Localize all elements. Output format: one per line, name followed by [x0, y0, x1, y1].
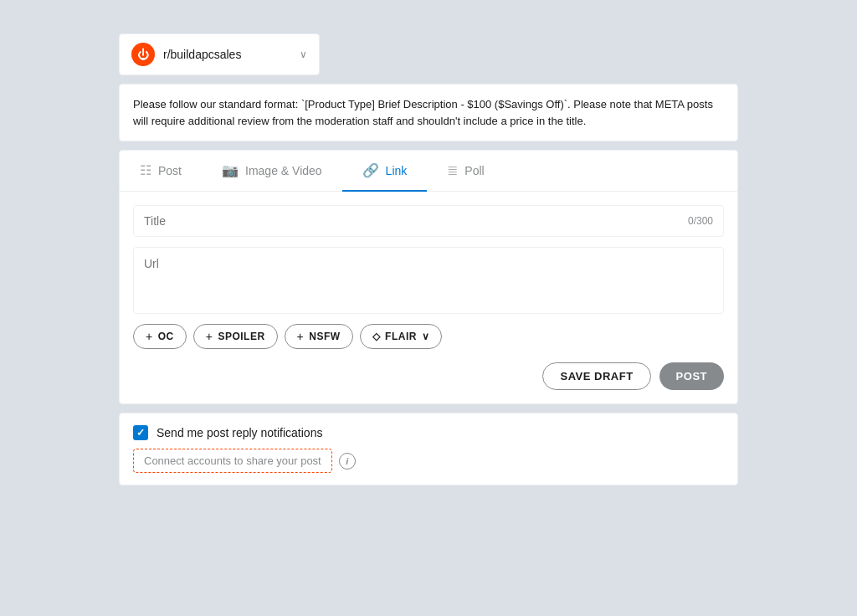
- flair-tag-icon: ◇: [372, 331, 381, 342]
- link-icon: 🔗: [362, 162, 379, 178]
- spoiler-label: SPOILER: [218, 331, 264, 342]
- tag-buttons: + OC + SPOILER + NSFW ◇ FLAIR ∨: [133, 324, 724, 349]
- info-banner: Please follow our standard format: `[Pro…: [119, 84, 738, 141]
- post-button[interactable]: POST: [659, 362, 724, 390]
- connect-accounts-button[interactable]: Connect accounts to share your post: [133, 449, 332, 473]
- post-icon: ☷: [140, 162, 151, 178]
- nsfw-label: NSFW: [309, 331, 340, 342]
- flair-chevron-icon: ∨: [422, 331, 430, 342]
- nsfw-button[interactable]: + NSFW: [285, 324, 353, 349]
- char-count: 0/300: [688, 215, 713, 227]
- oc-plus-icon: +: [146, 330, 153, 343]
- subreddit-icon: ⏻: [131, 43, 155, 66]
- post-form-card: ☷ Post 📷 Image & Video 🔗 Link ≣ Poll: [119, 150, 738, 404]
- title-input-wrapper: 0/300: [133, 205, 724, 237]
- oc-button[interactable]: + OC: [133, 324, 187, 349]
- info-icon[interactable]: i: [339, 453, 356, 470]
- tab-image-video-label: Image & Video: [245, 164, 322, 177]
- oc-label: OC: [158, 331, 174, 342]
- tab-poll-label: Poll: [464, 164, 484, 177]
- subreddit-selector[interactable]: ⏻ r/buildapcsales ∨: [119, 33, 320, 75]
- notification-row: ✓ Send me post reply notifications: [133, 425, 724, 440]
- checkmark-icon: ✓: [136, 427, 145, 439]
- connect-row: Connect accounts to share your post i: [133, 449, 724, 473]
- nsfw-plus-icon: +: [297, 330, 305, 343]
- url-input-wrapper: [133, 247, 724, 314]
- tab-post[interactable]: ☷ Post: [120, 151, 202, 192]
- tab-poll[interactable]: ≣ Poll: [427, 151, 504, 192]
- tab-link-label: Link: [386, 164, 408, 177]
- page-container: ⏻ r/buildapcsales ∨ Please follow our st…: [17, 17, 840, 616]
- action-buttons: SAVE DRAFT POST: [133, 359, 724, 390]
- spoiler-plus-icon: +: [206, 330, 213, 343]
- chevron-down-icon: ∨: [300, 49, 307, 60]
- notification-label: Send me post reply notifications: [157, 426, 322, 439]
- poll-icon: ≣: [447, 162, 458, 178]
- main-content: ⏻ r/buildapcsales ∨ Please follow our st…: [119, 33, 738, 485]
- save-draft-button[interactable]: SAVE DRAFT: [542, 362, 650, 390]
- spoiler-button[interactable]: + SPOILER: [193, 324, 278, 349]
- flair-label: FLAIR: [385, 331, 417, 342]
- tab-image-video[interactable]: 📷 Image & Video: [202, 151, 342, 192]
- tab-post-label: Post: [158, 164, 182, 177]
- tabs-bar: ☷ Post 📷 Image & Video 🔗 Link ≣ Poll: [120, 151, 737, 192]
- bottom-section: ✓ Send me post reply notifications Conne…: [119, 413, 738, 485]
- url-input[interactable]: [144, 257, 713, 270]
- notification-checkbox[interactable]: ✓: [133, 425, 148, 440]
- flair-button[interactable]: ◇ FLAIR ∨: [360, 324, 443, 349]
- subreddit-name: r/buildapcsales: [163, 48, 291, 61]
- tab-link[interactable]: 🔗 Link: [342, 151, 428, 192]
- title-input[interactable]: [144, 214, 688, 228]
- form-body: 0/300 + OC + SPOILER: [120, 192, 737, 403]
- image-icon: 📷: [222, 162, 239, 178]
